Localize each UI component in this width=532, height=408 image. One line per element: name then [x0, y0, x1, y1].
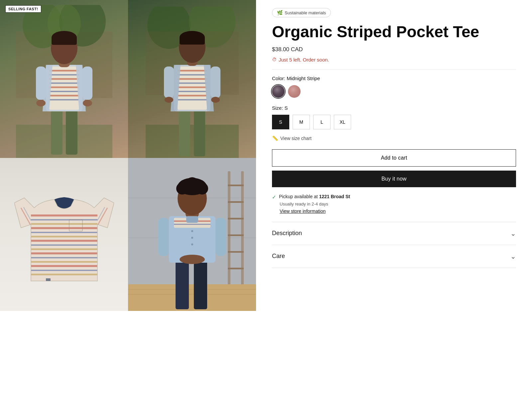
svg-rect-62 — [31, 248, 97, 250]
svg-rect-90 — [194, 258, 207, 309]
color-label: Color: Midnight Stripe — [272, 75, 516, 81]
divider-1 — [272, 69, 516, 69]
svg-rect-107 — [186, 216, 198, 223]
svg-rect-17 — [49, 99, 79, 100]
svg-rect-68 — [31, 274, 97, 275]
svg-rect-16 — [49, 95, 79, 96]
person-silhouette-2 — [146, 7, 239, 158]
color-swatch-pink[interactable] — [288, 85, 301, 98]
accordion-care-header[interactable]: Care ⌄ — [272, 245, 516, 268]
svg-rect-58 — [31, 232, 97, 233]
svg-rect-21 — [82, 67, 92, 100]
svg-rect-33 — [194, 108, 205, 156]
svg-rect-56 — [31, 223, 97, 225]
svg-rect-89 — [176, 258, 189, 309]
size-options: S M L XL — [272, 115, 516, 129]
view-store-link[interactable]: View store information — [280, 208, 516, 214]
svg-rect-61 — [31, 244, 97, 246]
pickup-address: 1221 Broad St — [319, 194, 350, 199]
chevron-down-icon-care: ⌄ — [510, 252, 516, 260]
svg-rect-5 — [16, 125, 112, 158]
pickup-label: Pickup available at — [279, 194, 318, 199]
svg-rect-94 — [174, 224, 210, 225]
page-container: SELLING FAST! — [0, 0, 532, 408]
svg-point-97 — [191, 243, 193, 245]
svg-rect-31 — [146, 125, 239, 158]
svg-rect-53 — [180, 37, 205, 45]
svg-rect-64 — [31, 257, 97, 258]
product-image-2[interactable] — [128, 0, 256, 158]
color-selected-text: Midnight Stripe — [287, 75, 320, 81]
svg-point-96 — [191, 237, 193, 239]
product-price: $38.00 CAD — [272, 46, 516, 53]
add-to-cart-button[interactable]: Add to cart — [272, 149, 516, 167]
svg-rect-7 — [66, 108, 77, 155]
svg-point-22 — [36, 100, 46, 106]
svg-rect-42 — [178, 95, 207, 96]
accordion-description-header[interactable]: Description ⌄ — [272, 222, 516, 245]
size-chart-link[interactable]: 📏 View size chart — [272, 135, 516, 141]
product-image-4[interactable] — [128, 158, 256, 311]
svg-point-49 — [211, 97, 220, 103]
svg-rect-27 — [52, 37, 77, 45]
svg-rect-98 — [158, 218, 169, 256]
svg-rect-14 — [49, 86, 79, 88]
sustainable-badge-text: Sustainable materials — [285, 10, 326, 15]
size-btn-l[interactable]: L — [313, 115, 331, 129]
tshirt-flat-lay — [14, 181, 114, 288]
svg-rect-40 — [178, 86, 207, 88]
size-btn-m[interactable]: M — [293, 115, 310, 129]
size-selected-text: S — [285, 105, 288, 111]
selling-fast-badge: SELLING FAST! — [5, 5, 41, 13]
svg-rect-38 — [178, 78, 207, 80]
pickup-ready: Usually ready in 2-4 days — [280, 202, 516, 206]
sustainable-badge: 🌿 Sustainable materials — [272, 8, 331, 17]
svg-rect-15 — [49, 91, 79, 92]
svg-rect-11 — [49, 74, 79, 75]
color-swatches — [272, 85, 516, 98]
size-chart-link-text: View size chart — [280, 136, 312, 141]
color-label-text: Color: — [272, 75, 285, 81]
accordion-care-label: Care — [272, 253, 285, 260]
stock-notice: ⏱ Just 5 left. Order soon. — [272, 57, 516, 63]
product-image-3[interactable] — [0, 158, 128, 311]
svg-rect-47 — [210, 67, 220, 98]
ruler-icon: 📏 — [272, 135, 278, 141]
svg-rect-59 — [31, 236, 97, 237]
svg-point-100 — [180, 255, 205, 264]
check-icon: ✓ — [272, 194, 276, 200]
svg-rect-20 — [36, 67, 46, 100]
svg-rect-54 — [31, 214, 97, 216]
size-label: Size: S — [272, 105, 516, 111]
svg-rect-12 — [49, 78, 79, 80]
size-btn-s[interactable]: S — [272, 115, 289, 129]
svg-rect-55 — [31, 219, 97, 220]
svg-rect-32 — [179, 108, 190, 156]
size-label-text: Size: — [272, 105, 283, 111]
svg-point-23 — [83, 100, 92, 106]
svg-rect-41 — [178, 91, 207, 92]
product-panel: 🌿 Sustainable materials Organic Striped … — [256, 0, 532, 408]
svg-rect-66 — [31, 265, 97, 267]
size-btn-xl[interactable]: XL — [334, 115, 351, 129]
color-swatch-midnight[interactable] — [272, 85, 285, 98]
svg-rect-67 — [31, 270, 97, 271]
accordion-description: Description ⌄ — [272, 222, 516, 245]
stock-notice-text: Just 5 left. Order soon. — [279, 57, 329, 63]
person-silhouette-1 — [16, 5, 112, 158]
svg-rect-43 — [178, 99, 207, 100]
svg-point-48 — [165, 97, 173, 103]
buy-now-button[interactable]: Buy it now — [272, 171, 516, 187]
chevron-down-icon-description: ⌄ — [510, 229, 516, 237]
svg-rect-6 — [51, 108, 63, 155]
svg-rect-65 — [31, 261, 97, 263]
product-image-1[interactable]: SELLING FAST! — [0, 0, 128, 158]
svg-point-95 — [191, 230, 193, 232]
svg-rect-37 — [178, 74, 207, 75]
svg-rect-36 — [178, 70, 207, 71]
accordion-care: Care ⌄ — [272, 245, 516, 268]
svg-rect-10 — [49, 70, 79, 71]
accordion-description-label: Description — [272, 230, 302, 237]
svg-rect-74 — [46, 278, 51, 281]
svg-point-106 — [186, 177, 199, 191]
